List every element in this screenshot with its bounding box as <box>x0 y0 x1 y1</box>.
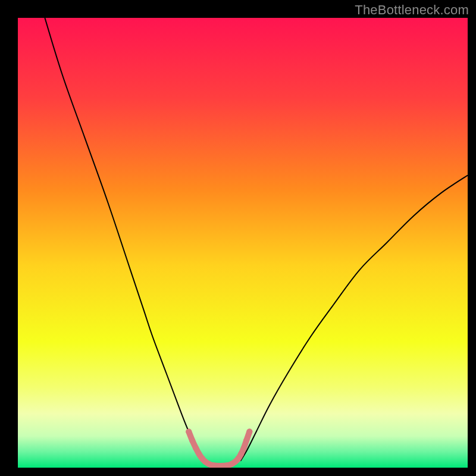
series-marker <box>211 462 217 468</box>
series-marker <box>189 438 195 444</box>
bottleneck-chart <box>0 0 476 476</box>
series-marker <box>217 463 223 469</box>
watermark-text: TheBottleneck.com <box>355 2 469 18</box>
series-marker <box>241 445 247 451</box>
series-marker <box>193 445 199 451</box>
series-marker <box>186 429 192 435</box>
series-marker <box>243 438 249 444</box>
series-marker <box>246 429 252 435</box>
series-marker <box>238 451 244 457</box>
chart-frame: TheBottleneck.com <box>0 0 476 476</box>
plot-background <box>18 18 468 468</box>
